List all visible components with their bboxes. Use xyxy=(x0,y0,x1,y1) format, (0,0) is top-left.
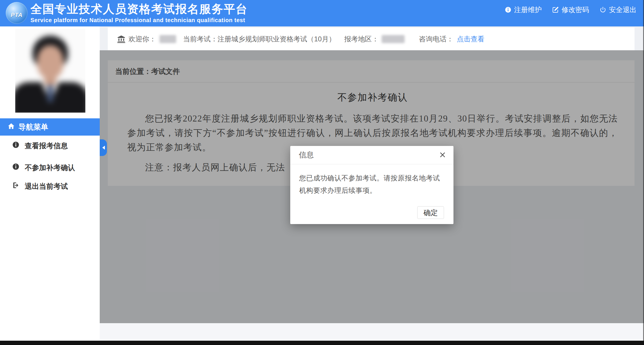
info-circle-icon xyxy=(12,163,20,172)
phone-view-link[interactable]: 点击查看 xyxy=(457,34,485,44)
current-exam-value: 注册城乡规划师职业资格考试（10月） xyxy=(218,34,336,44)
sidebar: 导航菜单 查看报考信息 不参加补考确认 退出当前考试 xyxy=(0,26,100,341)
nav-label: 注册维护 xyxy=(514,5,542,14)
info-circle-icon xyxy=(505,6,512,13)
sidebar-item-no-makeup-exam-confirm[interactable]: 不参加补考确认 xyxy=(0,161,100,174)
current-exam-label: 当前考试： xyxy=(183,34,218,44)
welcome-bar: 欢迎你： 当前考试： 注册城乡规划师职业资格考试（10月） 报考地区： 咨询电话… xyxy=(108,28,635,50)
close-icon xyxy=(439,151,446,160)
sign-out-icon xyxy=(12,182,20,191)
phone-label: 咨询电话： xyxy=(419,34,453,44)
platform-subtitle: Service platform for National Profession… xyxy=(30,17,248,24)
edit-icon xyxy=(552,6,559,13)
nav-change-password[interactable]: 修改密码 xyxy=(552,5,589,14)
info-circle-icon xyxy=(12,141,20,150)
sidebar-item-label: 查看报考信息 xyxy=(25,141,68,151)
pta-logo-icon: PTA xyxy=(6,2,28,24)
nav-safe-logout[interactable]: 安全退出 xyxy=(599,5,637,14)
sidebar-item-exit-current-exam[interactable]: 退出当前考试 xyxy=(0,179,100,193)
sidebar-item-view-registration-info[interactable]: 查看报考信息 xyxy=(0,139,100,153)
screen: PTA 全国专业技术人员资格考试报名服务平台 Service platform … xyxy=(0,0,644,345)
nav-account-maintenance[interactable]: 注册维护 xyxy=(505,5,542,14)
bank-icon xyxy=(117,35,126,43)
chevron-left-icon xyxy=(100,146,105,150)
modal-header: 信息 xyxy=(290,146,453,164)
title-block: 全国专业技术人员资格考试报名服务平台 Service platform for … xyxy=(30,2,248,24)
nav-label: 安全退出 xyxy=(609,5,637,14)
modal-title: 信息 xyxy=(299,150,314,160)
nav-label: 修改密码 xyxy=(562,5,589,14)
footer-strip xyxy=(100,323,644,341)
blurred-region xyxy=(382,35,405,43)
applicant-photo xyxy=(15,29,85,113)
app-header: PTA 全国专业技术人员资格考试报名服务平台 Service platform … xyxy=(0,0,644,26)
modal-close-button[interactable] xyxy=(439,151,447,159)
sidebar-menu-title: 导航菜单 xyxy=(18,122,48,132)
logo-text: PTA xyxy=(11,12,23,18)
region-label: 报考地区： xyxy=(344,34,379,44)
greeting-label: 欢迎你： xyxy=(128,34,156,44)
home-icon xyxy=(7,122,15,132)
sidebar-item-label: 不参加补考确认 xyxy=(25,163,75,172)
platform-title: 全国专业技术人员资格考试报名服务平台 xyxy=(30,2,248,16)
applicant-photo-blur xyxy=(15,29,85,113)
window-bottom-edge xyxy=(0,341,644,345)
sidebar-item-label: 退出当前考试 xyxy=(25,182,68,191)
sidebar-collapse-handle[interactable] xyxy=(100,139,107,156)
modal-confirm-button[interactable]: 确定 xyxy=(417,206,444,219)
modal-message: 您已成功确认不参加考试。请按原报名地考试机构要求办理后续事项。 xyxy=(290,164,453,196)
header-nav: 注册维护 修改密码 安全退出 xyxy=(505,0,637,20)
info-modal: 信息 您已成功确认不参加考试。请按原报名地考试机构要求办理后续事项。 确定 xyxy=(290,146,453,224)
sidebar-menu-header: 导航菜单 xyxy=(0,118,100,136)
power-icon xyxy=(599,6,606,13)
blurred-username xyxy=(159,35,176,43)
